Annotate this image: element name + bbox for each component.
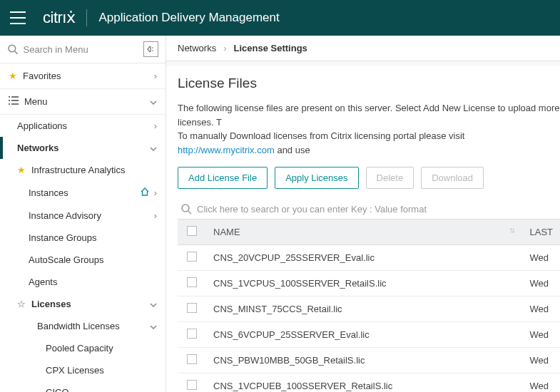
sidebar-item-networks[interactable]: Networks bbox=[0, 137, 166, 159]
table-row[interactable]: CNS_MINST_75CCS_Retail.licWed bbox=[178, 296, 560, 322]
chevron-down-icon bbox=[150, 321, 157, 331]
sidebar-item-cpx-licenses[interactable]: CPX Licenses bbox=[0, 359, 166, 381]
apply-licenses-button[interactable]: Apply Licenses bbox=[275, 167, 358, 189]
brand-logo: citrıẋ bbox=[43, 9, 75, 27]
sidebar-item-instance-advisory[interactable]: Instance Advisory › bbox=[0, 205, 166, 227]
sidebar-item-label: Pooled Capacity bbox=[46, 343, 113, 354]
collapse-sidebar-icon[interactable] bbox=[143, 41, 158, 57]
table-row[interactable]: CNS_1VCPUEB_100SSERVER_RetailS.licWed bbox=[178, 373, 560, 393]
svg-point-0 bbox=[9, 45, 16, 52]
row-checkbox-cell[interactable] bbox=[178, 296, 206, 322]
checkbox-icon[interactable] bbox=[187, 277, 197, 287]
row-checkbox-cell[interactable] bbox=[178, 322, 206, 348]
sidebar-item-label: Menu bbox=[24, 96, 48, 107]
column-header-last[interactable]: LAST bbox=[522, 220, 560, 245]
cell-name: CNS_1VCPUS_100SSERVER_RetailS.lic bbox=[206, 271, 522, 296]
sidebar-item-label: Instances bbox=[29, 187, 68, 198]
sidebar-search-input[interactable] bbox=[24, 44, 143, 55]
sidebar-item-label: Licenses bbox=[31, 299, 71, 309]
sidebar-item-label: Applications bbox=[17, 120, 67, 131]
search-icon bbox=[180, 203, 192, 215]
star-icon: ★ bbox=[9, 71, 17, 81]
sidebar-item-label: Favorites bbox=[23, 71, 61, 81]
sidebar-item-label: Infrastructure Analytics bbox=[31, 165, 126, 175]
sidebar-item-instance-groups[interactable]: Instance Groups bbox=[0, 227, 166, 249]
cell-name: CNS_6VCPUP_25SSERVER_Eval.lic bbox=[206, 322, 522, 348]
table-row[interactable]: CNS_20VCPUP_25SSERVER_Eval.licWed bbox=[178, 245, 560, 271]
checkbox-icon[interactable] bbox=[187, 252, 197, 262]
sidebar-item-infrastructure-analytics[interactable]: ★ Infrastructure Analytics bbox=[0, 159, 166, 181]
table-search-row[interactable]: Click here to search or you can enter Ke… bbox=[178, 199, 560, 219]
download-button[interactable]: Download bbox=[421, 167, 484, 189]
table-row[interactable]: CNS_PBW10MBB_50GB_RetailS.licWed bbox=[178, 348, 560, 373]
sidebar-item-agents[interactable]: Agents bbox=[0, 271, 166, 293]
cell-last: Wed bbox=[522, 296, 560, 322]
select-all-header[interactable] bbox=[178, 220, 206, 245]
mycitrix-link[interactable]: http://www.mycitrix.com bbox=[178, 145, 275, 155]
sidebar-item-label: Agents bbox=[29, 277, 57, 287]
chevron-down-icon bbox=[150, 143, 157, 153]
star-icon: ★ bbox=[17, 165, 26, 175]
cell-last: Wed bbox=[522, 348, 560, 373]
star-outline-icon: ☆ bbox=[17, 299, 26, 309]
table-search-placeholder: Click here to search or you can enter Ke… bbox=[197, 204, 427, 215]
sidebar: ★ Favorites › Menu Applications › Networ… bbox=[0, 36, 166, 392]
action-buttons: Add License File Apply Licenses Delete D… bbox=[178, 167, 560, 189]
breadcrumb: Networks › License Settings bbox=[166, 36, 560, 61]
chevron-right-icon: › bbox=[154, 187, 157, 198]
table-row[interactable]: CNS_6VCPUP_25SSERVER_Eval.licWed bbox=[178, 322, 560, 348]
header-divider bbox=[86, 9, 87, 26]
chevron-right-icon: › bbox=[154, 210, 157, 221]
chevron-right-icon: › bbox=[154, 71, 157, 81]
app-title: Application Delivery Management bbox=[98, 11, 279, 25]
sidebar-item-instances[interactable]: Instances › bbox=[0, 181, 166, 205]
svg-point-2 bbox=[152, 47, 153, 48]
cell-name: CNS_1VCPUEB_100SSERVER_RetailS.lic bbox=[206, 373, 522, 393]
sidebar-item-autoscale-groups[interactable]: AutoScale Groups bbox=[0, 249, 166, 271]
section-description: The following license files are present … bbox=[178, 101, 560, 157]
home-icon bbox=[140, 187, 150, 199]
breadcrumb-parent[interactable]: Networks bbox=[178, 43, 216, 53]
sidebar-search bbox=[0, 36, 166, 63]
sidebar-item-licenses[interactable]: ☆ Licenses bbox=[0, 293, 166, 315]
cell-last: Wed bbox=[522, 245, 560, 271]
search-icon bbox=[7, 43, 19, 55]
add-license-file-button[interactable]: Add License File bbox=[178, 167, 268, 189]
sidebar-item-pooled-capacity[interactable]: Pooled Capacity bbox=[0, 337, 166, 359]
hamburger-menu-icon[interactable] bbox=[10, 11, 30, 24]
cell-last: Wed bbox=[522, 373, 560, 393]
sidebar-item-label: AutoScale Groups bbox=[29, 254, 104, 265]
breadcrumb-current: License Settings bbox=[234, 43, 307, 53]
sidebar-item-cico[interactable]: CICO bbox=[0, 381, 166, 392]
cell-last: Wed bbox=[522, 322, 560, 348]
main-panel: Networks › License Settings License File… bbox=[166, 36, 560, 392]
content-area: License Files The following license file… bbox=[166, 66, 560, 392]
cell-name: CNS_PBW10MBB_50GB_RetailS.lic bbox=[206, 348, 522, 373]
svg-point-4 bbox=[182, 205, 189, 212]
svg-line-1 bbox=[15, 51, 18, 54]
sidebar-item-favorites[interactable]: ★ Favorites › bbox=[0, 63, 166, 89]
row-checkbox-cell[interactable] bbox=[178, 348, 206, 373]
sidebar-item-menu[interactable]: Menu bbox=[0, 89, 166, 115]
sidebar-nav: ★ Favorites › Menu Applications › Networ… bbox=[0, 63, 166, 392]
delete-button[interactable]: Delete bbox=[366, 167, 414, 189]
table-row[interactable]: CNS_1VCPUS_100SSERVER_RetailS.licWed bbox=[178, 271, 560, 296]
checkbox-icon[interactable] bbox=[187, 380, 197, 390]
checkbox-icon[interactable] bbox=[187, 303, 197, 313]
sidebar-item-label: CICO bbox=[46, 387, 69, 392]
sidebar-item-applications[interactable]: Applications › bbox=[0, 115, 166, 137]
sidebar-item-bandwidth-licenses[interactable]: Bandwidth Licenses bbox=[0, 315, 166, 337]
row-checkbox-cell[interactable] bbox=[178, 373, 206, 393]
checkbox-icon[interactable] bbox=[187, 226, 197, 236]
checkbox-icon[interactable] bbox=[187, 329, 197, 339]
app-header: citrıẋ Application Delivery Management bbox=[0, 0, 560, 36]
column-header-name[interactable]: NAME⇅ bbox=[206, 220, 522, 245]
row-checkbox-cell[interactable] bbox=[178, 271, 206, 296]
checkbox-icon[interactable] bbox=[187, 354, 197, 364]
cell-name: CNS_MINST_75CCS_Retail.lic bbox=[206, 296, 522, 322]
chevron-down-icon bbox=[150, 96, 157, 107]
section-title: License Files bbox=[178, 76, 560, 91]
sidebar-item-label: Instance Advisory bbox=[29, 210, 101, 221]
row-checkbox-cell[interactable] bbox=[178, 245, 206, 271]
license-files-table: NAME⇅ LAST CNS_20VCPUP_25SSERVER_Eval.li… bbox=[178, 219, 560, 392]
